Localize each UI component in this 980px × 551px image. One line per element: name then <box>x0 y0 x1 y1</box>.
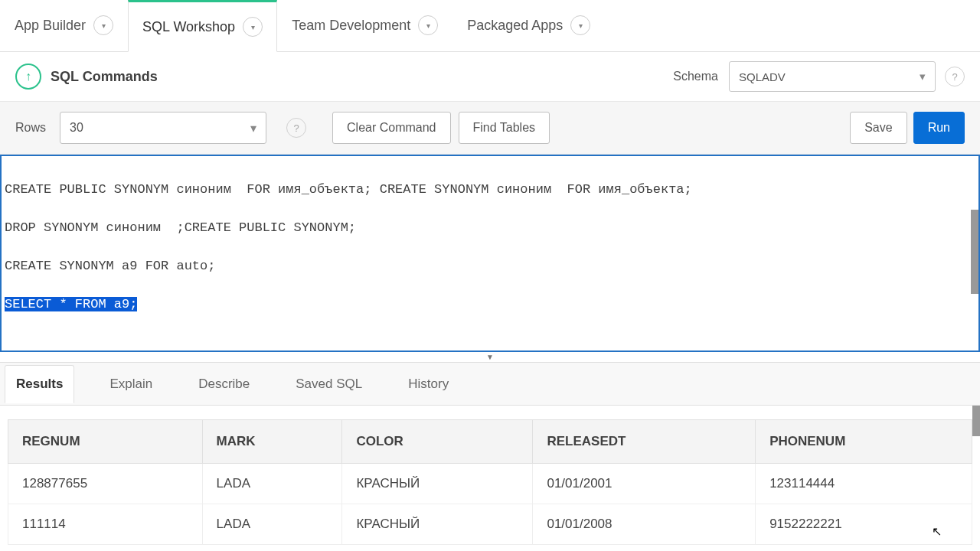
schema-label: Schema <box>673 70 718 83</box>
chevron-down-icon[interactable]: ▾ <box>570 15 590 35</box>
tab-packaged-apps[interactable]: Packaged Apps ▾ <box>452 0 605 51</box>
result-area: REGNUM MARK COLOR RELEASEDT PHONENUM 128… <box>0 406 980 551</box>
schema-value: SQLADV <box>739 70 786 83</box>
help-icon[interactable]: ? <box>286 118 306 138</box>
tab-label: App Builder <box>15 18 86 34</box>
selected-text: SELECT * FROM a9; <box>5 297 137 311</box>
col-mark[interactable]: MARK <box>202 420 342 464</box>
result-table: REGNUM MARK COLOR RELEASEDT PHONENUM 128… <box>8 419 972 545</box>
cursor-icon: ↖ <box>932 524 942 539</box>
table-row: 128877655 LADA КРАСНЫЙ 01/01/2001 123114… <box>8 464 972 504</box>
help-icon[interactable]: ? <box>945 67 965 86</box>
chevron-down-icon: ▾ <box>920 70 926 83</box>
rows-value: 30 <box>70 121 83 135</box>
tab-sql-workshop[interactable]: SQL Workshop ▾ <box>128 0 277 52</box>
chevron-down-icon[interactable]: ▾ <box>243 17 263 37</box>
tab-label: Team Development <box>292 18 410 34</box>
up-icon[interactable]: ↑ <box>15 64 41 90</box>
save-button[interactable]: Save <box>850 112 906 144</box>
top-tabs: App Builder ▾ SQL Workshop ▾ Team Develo… <box>0 0 980 52</box>
chevron-down-icon[interactable]: ▾ <box>418 15 438 35</box>
breadcrumb-bar: ↑ SQL Commands Schema SQLADV ▾ ? <box>0 52 980 101</box>
schema-select[interactable]: SQLADV ▾ <box>729 61 936 92</box>
col-releasedt[interactable]: RELEASEDT <box>533 420 756 464</box>
rows-label: Rows <box>15 121 46 135</box>
splitter[interactable]: ▼ <box>0 352 980 363</box>
tab-describe[interactable]: Describe <box>188 366 260 403</box>
result-tabs: Results Explain Describe Saved SQL Histo… <box>0 363 980 406</box>
clear-command-button[interactable]: Clear Command <box>332 112 450 144</box>
splitter-handle-icon: ▼ <box>486 353 494 361</box>
tab-label: Packaged Apps <box>467 18 563 34</box>
table-header-row: REGNUM MARK COLOR RELEASEDT PHONENUM <box>8 420 972 464</box>
scrollbar-thumb[interactable] <box>972 406 980 436</box>
col-phonenum[interactable]: PHONENUM <box>756 420 972 464</box>
chevron-down-icon[interactable]: ▾ <box>93 15 113 35</box>
chevron-down-icon: ▾ <box>250 121 256 135</box>
col-regnum[interactable]: REGNUM <box>8 420 203 464</box>
rows-select[interactable]: 30 ▾ <box>60 112 266 144</box>
toolbar: Rows 30 ▾ ? Clear Command Find Tables Sa… <box>0 101 980 155</box>
tab-team-development[interactable]: Team Development ▾ <box>277 0 452 51</box>
scrollbar-thumb[interactable] <box>971 210 978 294</box>
col-color[interactable]: COLOR <box>342 420 533 464</box>
tab-history[interactable]: History <box>397 366 459 403</box>
page-title: SQL Commands <box>51 69 158 85</box>
run-button[interactable]: Run <box>913 112 965 144</box>
tab-app-builder[interactable]: App Builder ▾ <box>0 0 128 51</box>
sql-editor[interactable]: CREATE PUBLIC SYNONYM синоним FOR имя_об… <box>0 155 980 352</box>
tab-explain[interactable]: Explain <box>99 366 163 403</box>
tab-saved-sql[interactable]: Saved SQL <box>285 366 373 403</box>
tab-label: SQL Workshop <box>142 19 235 35</box>
table-row: 111114 LADA КРАСНЫЙ 01/01/2008 915222222… <box>8 504 972 545</box>
tab-results[interactable]: Results <box>5 365 74 403</box>
find-tables-button[interactable]: Find Tables <box>459 112 550 144</box>
